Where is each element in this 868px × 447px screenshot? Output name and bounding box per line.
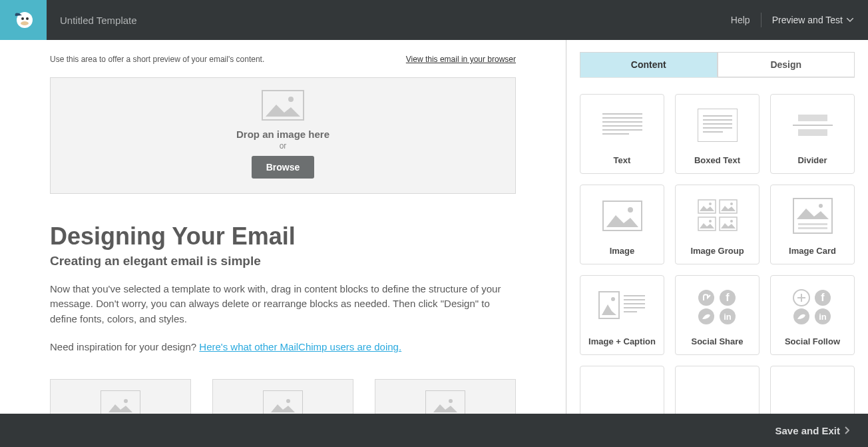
block-social-share[interactable]: f in Social Share bbox=[675, 275, 760, 355]
block-extra[interactable] bbox=[675, 366, 760, 414]
email-canvas[interactable]: Use this area to offer a short preview o… bbox=[0, 40, 566, 414]
view-in-browser-link[interactable]: View this email in your browser bbox=[406, 55, 516, 64]
workspace: Use this area to offer a short preview o… bbox=[0, 40, 868, 414]
text-lines-icon bbox=[580, 95, 664, 155]
preview-test-dropdown[interactable]: Preview and Test bbox=[761, 15, 853, 25]
block-image[interactable]: Image bbox=[580, 185, 664, 264]
monkey-icon bbox=[10, 7, 37, 33]
svg-point-8 bbox=[449, 399, 453, 403]
block-boxed-text[interactable]: Boxed Text bbox=[675, 94, 760, 174]
svg-rect-19 bbox=[703, 127, 732, 129]
card-placeholder[interactable] bbox=[212, 379, 353, 414]
top-bar: Untitled Template Help Preview and Test bbox=[0, 0, 868, 40]
mailchimp-logo[interactable] bbox=[0, 0, 47, 40]
svg-rect-41 bbox=[624, 299, 645, 300]
svg-rect-21 bbox=[798, 115, 827, 121]
svg-rect-37 bbox=[798, 227, 827, 229]
svg-text:f: f bbox=[726, 292, 730, 303]
block-label: Divider bbox=[797, 155, 827, 165]
save-exit-label: Save and Exit bbox=[775, 425, 840, 436]
tab-content[interactable]: Content bbox=[580, 52, 718, 77]
image-group-icon bbox=[676, 185, 759, 246]
template-title[interactable]: Untitled Template bbox=[47, 15, 137, 26]
svg-text:f: f bbox=[821, 292, 825, 303]
block-label: Social Share bbox=[691, 336, 743, 346]
block-label: Image Group bbox=[690, 246, 744, 256]
svg-rect-9 bbox=[602, 113, 642, 115]
block-label: Image bbox=[610, 246, 635, 256]
block-label: Image + Caption bbox=[588, 336, 656, 346]
email-subhead[interactable]: Creating an elegant email is simple bbox=[50, 254, 516, 268]
svg-point-31 bbox=[709, 220, 712, 223]
svg-text:in: in bbox=[819, 312, 827, 322]
svg-rect-16 bbox=[703, 115, 732, 117]
block-image-caption[interactable]: Image + Caption bbox=[580, 275, 664, 355]
block-extra[interactable] bbox=[770, 366, 855, 414]
svg-point-6 bbox=[124, 399, 128, 403]
drop-label: Drop an image here bbox=[51, 129, 515, 140]
inspiration-link[interactable]: Here's what other MailChimp users are do… bbox=[199, 341, 401, 352]
svg-point-27 bbox=[709, 203, 712, 205]
image-card-icon bbox=[771, 185, 854, 246]
block-label: Social Follow bbox=[785, 336, 840, 346]
tab-design[interactable]: Design bbox=[718, 52, 855, 77]
svg-rect-17 bbox=[703, 119, 732, 121]
block-image-card[interactable]: Image Card bbox=[770, 185, 855, 264]
svg-rect-40 bbox=[624, 295, 645, 296]
svg-rect-12 bbox=[602, 125, 642, 127]
svg-point-29 bbox=[730, 203, 733, 205]
preview-hint-text: Use this area to offer a short preview o… bbox=[50, 55, 264, 64]
image-placeholder-icon bbox=[262, 90, 304, 121]
image-caption-icon bbox=[580, 276, 664, 336]
svg-rect-22 bbox=[793, 125, 833, 126]
svg-rect-11 bbox=[602, 121, 642, 123]
svg-point-25 bbox=[628, 207, 633, 213]
save-and-exit-button[interactable]: Save and Exit bbox=[775, 425, 849, 436]
or-label: or bbox=[51, 141, 515, 151]
panel-tabs: Content Design bbox=[566, 40, 868, 77]
block-social-follow[interactable]: f in Social Follow bbox=[770, 275, 855, 355]
svg-rect-15 bbox=[698, 109, 738, 142]
boxed-text-icon bbox=[676, 95, 759, 155]
svg-point-3 bbox=[21, 21, 29, 25]
svg-rect-44 bbox=[624, 311, 637, 312]
social-share-icon: f in bbox=[676, 276, 759, 336]
image-dropzone[interactable]: Drop an image here or Browse bbox=[50, 77, 516, 194]
svg-point-33 bbox=[730, 220, 733, 223]
divider-icon bbox=[771, 95, 854, 155]
svg-point-5 bbox=[288, 97, 294, 102]
email-inspiration-line[interactable]: Need inspiration for your design? Here's… bbox=[50, 340, 516, 355]
footer-bar: Save and Exit bbox=[0, 414, 868, 447]
svg-rect-36 bbox=[798, 223, 827, 225]
svg-rect-14 bbox=[602, 133, 629, 135]
block-text[interactable]: Text bbox=[580, 94, 664, 174]
help-link[interactable]: Help bbox=[720, 15, 761, 25]
card-placeholder[interactable] bbox=[50, 379, 191, 414]
image-icon bbox=[580, 185, 664, 246]
svg-point-39 bbox=[611, 297, 615, 301]
browse-button[interactable]: Browse bbox=[252, 156, 315, 179]
block-image-group[interactable]: Image Group bbox=[675, 185, 760, 264]
preview-test-label: Preview and Test bbox=[772, 15, 843, 25]
svg-text:in: in bbox=[724, 312, 732, 322]
email-headline[interactable]: Designing Your Email bbox=[50, 223, 516, 250]
block-divider[interactable]: Divider bbox=[770, 94, 855, 174]
block-label: Text bbox=[614, 155, 631, 165]
svg-rect-23 bbox=[798, 129, 827, 136]
svg-rect-10 bbox=[602, 117, 642, 119]
svg-rect-20 bbox=[703, 131, 723, 133]
block-extra[interactable] bbox=[580, 366, 664, 414]
content-blocks-grid: Text Boxed Text Divider Image bbox=[566, 78, 868, 414]
svg-point-45 bbox=[698, 290, 714, 306]
svg-point-1 bbox=[21, 17, 24, 20]
svg-rect-13 bbox=[602, 129, 642, 131]
chevron-right-icon bbox=[844, 426, 849, 434]
block-label: Boxed Text bbox=[694, 155, 740, 165]
card-placeholder[interactable] bbox=[375, 379, 516, 414]
email-body-text[interactable]: Now that you've selected a template to w… bbox=[50, 282, 516, 327]
block-label: Image Card bbox=[789, 246, 836, 256]
svg-point-2 bbox=[26, 17, 29, 20]
svg-rect-43 bbox=[624, 307, 645, 308]
svg-point-7 bbox=[286, 399, 290, 403]
card-row bbox=[50, 379, 516, 414]
